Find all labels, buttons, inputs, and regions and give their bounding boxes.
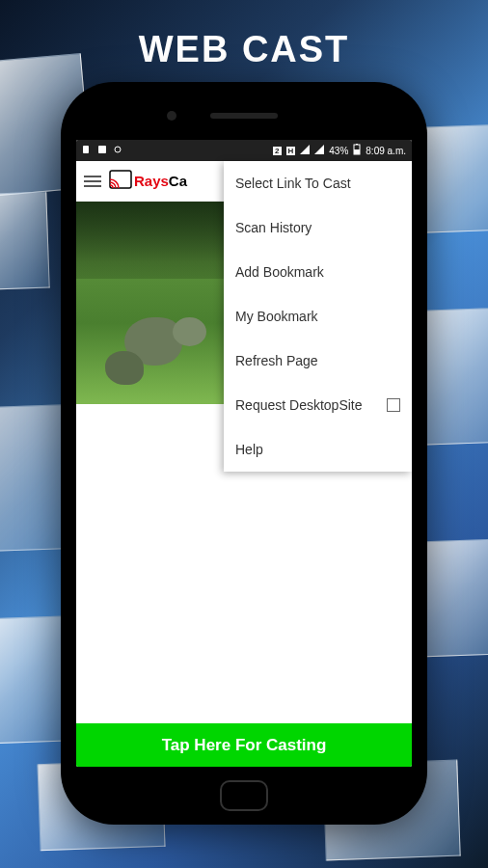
status-bar: 2 H 43% 8:09 a.m.	[76, 140, 412, 161]
dropdown-menu: Select Link To Cast Scan History Add Boo…	[224, 161, 412, 472]
svg-rect-1	[98, 146, 106, 153]
menu-button[interactable]	[84, 176, 101, 187]
signal-icon	[314, 145, 324, 156]
network-type-badge: 2	[273, 147, 281, 155]
menu-item-refresh-page[interactable]: Refresh Page	[224, 339, 412, 383]
sim-icon	[82, 145, 92, 156]
phone-screen: 2 H 43% 8:09 a.m.	[76, 140, 412, 767]
menu-item-scan-history[interactable]: Scan History	[224, 205, 412, 250]
app-logo: RaysCa	[109, 170, 187, 193]
menu-item-label: Help	[235, 442, 263, 457]
svg-rect-3	[354, 149, 360, 154]
menu-item-label: Add Bookmark	[235, 264, 324, 280]
bg-cube	[0, 191, 50, 290]
phone-frame: 2 H 43% 8:09 a.m.	[61, 82, 427, 825]
svg-rect-4	[356, 144, 358, 145]
phone-home-button[interactable]	[220, 780, 268, 811]
save-icon	[97, 145, 107, 156]
sync-icon	[113, 145, 122, 156]
page-title: WEB CAST	[0, 29, 488, 70]
clock-text: 8:09 a.m.	[366, 146, 406, 156]
cast-button[interactable]: Tap Here For Casting	[76, 723, 412, 767]
menu-item-select-link[interactable]: Select Link To Cast	[224, 161, 412, 205]
menu-item-add-bookmark[interactable]: Add Bookmark	[224, 250, 412, 294]
cast-icon	[109, 170, 132, 193]
menu-item-label: Select Link To Cast	[235, 176, 351, 191]
logo-text-rays: Rays	[134, 173, 169, 189]
menu-item-my-bookmark[interactable]: My Bookmark	[224, 294, 412, 339]
svg-rect-0	[83, 146, 89, 153]
signal-icon	[300, 145, 310, 156]
phone-speaker	[210, 113, 278, 119]
battery-percent: 43%	[329, 146, 348, 156]
menu-item-request-desktop[interactable]: Request DesktopSite	[224, 383, 412, 427]
menu-item-label: Request DesktopSite	[235, 397, 363, 413]
desktop-site-checkbox[interactable]	[387, 398, 400, 412]
menu-item-label: My Bookmark	[235, 309, 318, 324]
menu-item-help[interactable]: Help	[224, 427, 412, 472]
data-icon: H	[286, 147, 296, 155]
menu-item-label: Refresh Page	[235, 353, 318, 368]
logo-text-suffix: Ca	[169, 173, 187, 189]
menu-item-label: Scan History	[235, 220, 312, 235]
phone-camera	[167, 111, 176, 121]
cast-button-label: Tap Here For Casting	[162, 736, 327, 755]
battery-icon	[353, 144, 361, 157]
bg-cube	[419, 123, 488, 232]
